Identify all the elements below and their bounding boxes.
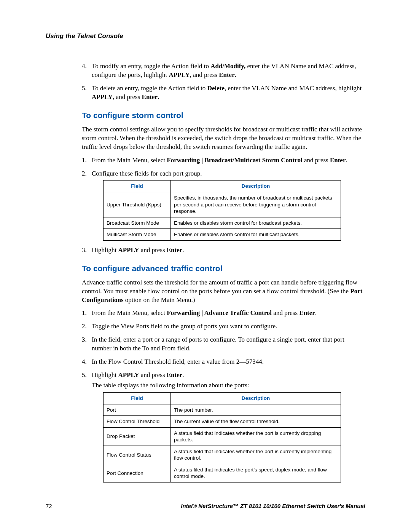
text: . — [235, 71, 236, 78]
intro-list: 4. To modify an entry, toggle the Action… — [82, 62, 365, 102]
text: , and press — [190, 71, 219, 78]
bold: Enter — [330, 157, 346, 164]
cell-field: Port Connection — [104, 464, 171, 482]
body-column: 4. To modify an entry, toggle the Action… — [82, 62, 365, 482]
col-header-field: Field — [104, 181, 171, 192]
list-marker: 4. — [82, 62, 87, 71]
list-item: 2. Configure these fields for each port … — [82, 169, 365, 241]
list-marker: 5. — [82, 371, 87, 380]
list-item: 4. To modify an entry, toggle the Action… — [82, 62, 365, 80]
list-marker: 4. — [82, 358, 87, 366]
col-header-field: Field — [104, 393, 171, 404]
cell-desc: The port number. — [171, 404, 341, 416]
bold: Enter — [299, 309, 315, 316]
cell-field: Flow Control Threshold — [104, 416, 171, 428]
bold: APPLY — [118, 371, 139, 379]
text: . — [346, 157, 347, 164]
bold: APPLY — [169, 71, 190, 78]
table-row: Multicast Storm Mode Enables or disables… — [104, 229, 341, 241]
cell-desc: The current value of the flow control th… — [171, 416, 341, 428]
page-number: 72 — [46, 503, 52, 509]
text: and press — [139, 371, 167, 379]
list-marker: 1. — [82, 156, 87, 165]
text: Configure these fields for each port gro… — [92, 170, 202, 177]
text: In the Flow Control Threshold field, ent… — [92, 358, 264, 365]
list-marker: 3. — [82, 246, 87, 255]
paragraph: The storm control settings allow you to … — [82, 125, 365, 152]
text: . — [182, 246, 184, 254]
heading-storm-control: To configure storm control — [82, 111, 365, 120]
storm-fields-table: Field Description Upper Threshold (Kpps)… — [103, 180, 341, 240]
cell-field: Flow Control Status — [104, 446, 171, 464]
table-row: Flow Control Threshold The current value… — [104, 416, 341, 428]
text: , and press — [113, 93, 142, 101]
bold: Enter — [167, 246, 183, 254]
running-head: Using the Telnet Console — [46, 32, 365, 40]
bold: Add/Modify, — [210, 62, 245, 70]
text: , enter the VLAN Name and MAC address, h… — [225, 85, 362, 92]
table-header-row: Field Description — [104, 181, 341, 192]
text: Advance traffic control sets the thresho… — [82, 279, 357, 295]
text: To delete an entry, toggle the Action fi… — [92, 85, 207, 92]
cell-desc: A status filed that indicates the port's… — [171, 464, 341, 482]
text: . — [315, 309, 317, 316]
text: Highlight — [92, 371, 118, 379]
text: option on the Main Menu.) — [124, 296, 195, 304]
bold: Enter — [219, 71, 235, 78]
cell-desc: A status field that indicates whether th… — [171, 446, 341, 464]
text: To modify an entry, toggle the Action fi… — [92, 62, 210, 70]
list-item: 2. Toggle the View Ports field to the gr… — [82, 322, 365, 331]
table-row: Broadcast Storm Mode Enables or disables… — [104, 217, 341, 229]
table-row: Port Connection A status filed that indi… — [104, 464, 341, 482]
text: . — [182, 371, 184, 379]
table-row: Drop Packet A status field that indicate… — [104, 427, 341, 446]
paragraph: Advance traffic control sets the thresho… — [82, 278, 365, 305]
bold: APPLY — [92, 93, 113, 101]
page-footer: 72 Intel® NetStructure™ ZT 8101 10/100 E… — [46, 503, 365, 509]
table-row: Flow Control Status A status field that … — [104, 446, 341, 464]
text: and press — [139, 246, 167, 254]
table-header-row: Field Description — [104, 393, 341, 404]
footer-title: Intel® NetStructure™ ZT 8101 10/100 Ethe… — [181, 503, 365, 509]
list-item: 5. To delete an entry, toggle the Action… — [82, 84, 365, 102]
storm-steps: 1. From the Main Menu, select Forwarding… — [82, 156, 365, 255]
text: Toggle the View Ports field to the group… — [92, 323, 277, 330]
bold: Forwarding | Advance Traffic Control — [167, 309, 272, 316]
list-marker: 5. — [82, 84, 87, 93]
cell-desc: Specifies, in thousands, the number of b… — [171, 192, 341, 217]
bold: Forwarding | Broadcast/Multicast Storm C… — [167, 157, 302, 164]
list-item: 5. Highlight APPLY and press Enter. The … — [82, 371, 365, 482]
list-marker: 2. — [82, 169, 87, 178]
cell-desc: A status field that indicates whether th… — [171, 427, 341, 446]
col-header-description: Description — [171, 181, 341, 192]
table-row: Port The port number. — [104, 404, 341, 416]
text: From the Main Menu, select — [92, 157, 167, 164]
text: and press — [272, 309, 299, 316]
cell-field: Port — [104, 404, 171, 416]
cell-field: Upper Threshold (Kpps) — [104, 192, 171, 217]
bold: APPLY — [118, 246, 139, 254]
list-item: 4. In the Flow Control Threshold field, … — [82, 358, 365, 366]
cell-field: Broadcast Storm Mode — [104, 217, 171, 229]
cell-field: Multicast Storm Mode — [104, 229, 171, 241]
adv-steps: 1. From the Main Menu, select Forwarding… — [82, 309, 365, 482]
cell-desc: Enables or disables storm control for mu… — [171, 229, 341, 241]
list-item: 1. From the Main Menu, select Forwarding… — [82, 309, 365, 318]
adv-fields-table: Field Description Port The port number. … — [103, 392, 341, 482]
list-item: 3. In the field, enter a port or a range… — [82, 335, 365, 353]
text: From the Main Menu, select — [92, 309, 167, 316]
cell-desc: Enables or disables storm control for br… — [171, 217, 341, 229]
list-marker: 1. — [82, 309, 87, 318]
list-item: 3. Highlight APPLY and press Enter. — [82, 246, 365, 255]
step-note: The table displays the following informa… — [92, 381, 365, 390]
table-row: Upper Threshold (Kpps) Specifies, in tho… — [104, 192, 341, 217]
heading-advanced-traffic: To configure advanced traffic control — [82, 264, 365, 273]
col-header-description: Description — [171, 393, 341, 404]
cell-field: Drop Packet — [104, 427, 171, 446]
list-marker: 3. — [82, 335, 87, 344]
list-marker: 2. — [82, 322, 87, 331]
text: . — [158, 93, 159, 101]
text: and press — [303, 157, 330, 164]
text: In the field, enter a port or a range of… — [92, 336, 344, 352]
page: Using the Telnet Console 4. To modify an… — [0, 0, 411, 532]
